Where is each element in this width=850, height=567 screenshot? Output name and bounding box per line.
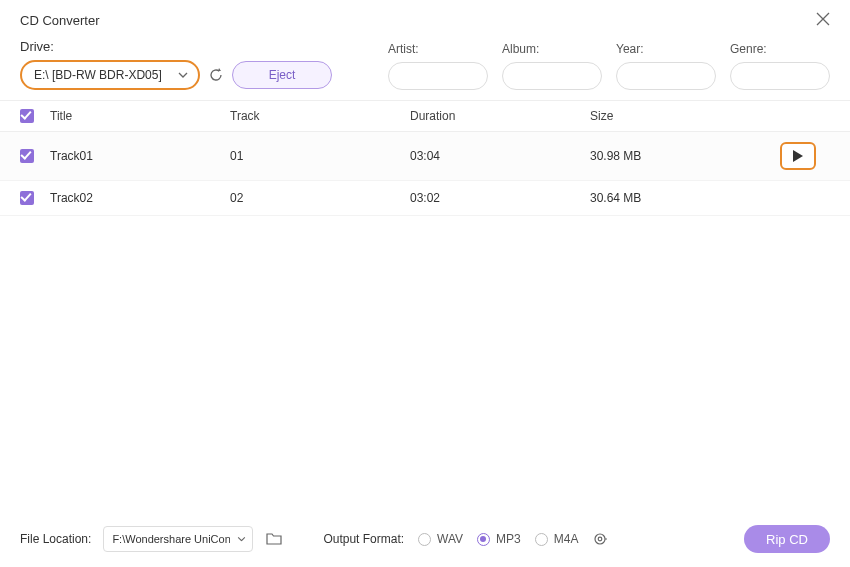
format-radio-mp3[interactable]: MP3 — [477, 532, 521, 546]
eject-button[interactable]: Eject — [232, 61, 332, 89]
cell-size: 30.98 MB — [590, 149, 780, 163]
year-label: Year: — [616, 42, 716, 56]
year-input[interactable] — [616, 62, 716, 90]
folder-icon[interactable] — [265, 530, 283, 548]
refresh-icon[interactable] — [208, 67, 224, 83]
play-icon — [793, 150, 803, 162]
format-radio-label: MP3 — [496, 532, 521, 546]
table-header: Title Track Duration Size — [0, 100, 850, 132]
drive-select-value: E:\ [BD-RW BDR-XD05] — [34, 68, 162, 82]
genre-input[interactable] — [730, 62, 830, 90]
cell-track: 02 — [230, 191, 410, 205]
artist-label: Artist: — [388, 42, 488, 56]
file-location-value: F:\Wondershare UniConverter — [112, 533, 230, 545]
chevron-down-icon — [178, 72, 188, 78]
col-duration: Duration — [410, 109, 590, 123]
play-button[interactable] — [780, 142, 816, 170]
rip-cd-button[interactable]: Rip CD — [744, 525, 830, 553]
col-title: Title — [50, 109, 230, 123]
radio-icon — [535, 533, 548, 546]
cell-size: 30.64 MB — [590, 191, 780, 205]
format-radio-label: WAV — [437, 532, 463, 546]
artist-input[interactable] — [388, 62, 488, 90]
output-format-label: Output Format: — [323, 532, 404, 546]
close-icon[interactable] — [810, 8, 836, 33]
window-title: CD Converter — [20, 13, 99, 28]
settings-icon[interactable] — [592, 531, 608, 547]
cell-duration: 03:02 — [410, 191, 590, 205]
cell-duration: 03:04 — [410, 149, 590, 163]
drive-label: Drive: — [20, 39, 332, 54]
cell-track: 01 — [230, 149, 410, 163]
format-radio-wav[interactable]: WAV — [418, 532, 463, 546]
svg-point-0 — [595, 534, 605, 544]
radio-icon — [418, 533, 431, 546]
file-location-label: File Location: — [20, 532, 91, 546]
drive-select[interactable]: E:\ [BD-RW BDR-XD05] — [20, 60, 200, 90]
album-input[interactable] — [502, 62, 602, 90]
chevron-down-icon — [237, 537, 246, 542]
row-checkbox[interactable] — [20, 191, 34, 205]
format-radio-label: M4A — [554, 532, 579, 546]
table-row[interactable]: Track02 02 03:02 30.64 MB — [0, 181, 850, 216]
format-radio-m4a[interactable]: M4A — [535, 532, 579, 546]
svg-point-1 — [599, 537, 603, 541]
col-size: Size — [590, 109, 780, 123]
genre-label: Genre: — [730, 42, 830, 56]
cell-title: Track01 — [50, 149, 230, 163]
select-all-checkbox[interactable] — [20, 109, 34, 123]
cell-title: Track02 — [50, 191, 230, 205]
table-row[interactable]: Track01 01 03:04 30.98 MB — [0, 132, 850, 181]
file-location-select[interactable]: F:\Wondershare UniConverter — [103, 526, 253, 552]
album-label: Album: — [502, 42, 602, 56]
col-track: Track — [230, 109, 410, 123]
row-checkbox[interactable] — [20, 149, 34, 163]
radio-icon — [477, 533, 490, 546]
